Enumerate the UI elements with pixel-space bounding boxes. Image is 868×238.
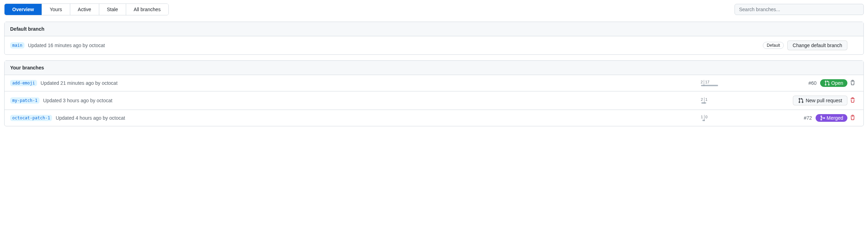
delete-branch-button[interactable]	[850, 80, 855, 87]
branch-row: my-patch-1 Updated 3 hours ago by octoca…	[5, 91, 863, 110]
branch-name-link[interactable]: octocat-patch-1	[10, 115, 52, 121]
tab-stale[interactable]: Stale	[99, 4, 126, 15]
git-pull-request-icon	[824, 80, 830, 86]
trash-icon	[850, 97, 855, 103]
tab-all-branches[interactable]: All branches	[126, 4, 168, 15]
ahead-count: 1	[704, 97, 709, 102]
branch-name-link[interactable]: add-emoji	[10, 80, 37, 86]
behind-count: 2	[700, 97, 704, 102]
pr-number[interactable]: #72	[804, 115, 812, 121]
behind-bar	[701, 85, 704, 86]
ahead-bar	[704, 120, 705, 121]
ahead-behind-indicator: 1 0	[690, 115, 718, 121]
behind-count: 2	[700, 80, 704, 84]
branch-meta: Updated 21 minutes ago by octocat	[41, 80, 117, 86]
trash-icon	[850, 115, 855, 120]
trash-icon	[850, 80, 855, 85]
tab-overview[interactable]: Overview	[5, 4, 42, 15]
behind-count: 1	[700, 115, 704, 119]
search-branches-input[interactable]	[735, 4, 864, 15]
pr-number[interactable]: #60	[808, 80, 816, 86]
ahead-count: 0	[704, 115, 709, 119]
default-branch-row: main Updated 16 minutes ago by octocat D…	[5, 36, 863, 54]
pr-status-label: Merged	[827, 115, 843, 121]
ahead-bar	[704, 85, 718, 86]
behind-bar	[701, 102, 704, 104]
branch-meta: Updated 4 hours ago by octocat	[56, 115, 125, 121]
git-pull-request-icon	[798, 98, 804, 103]
tab-active[interactable]: Active	[70, 4, 99, 15]
branch-filter-tabs: Overview Yours Active Stale All branches	[4, 3, 169, 15]
your-branches-box: Your branches add-emoji Updated 21 minut…	[4, 60, 864, 126]
pr-status-label: Open	[831, 80, 843, 86]
default-branch-box: Default branch main Updated 16 minutes a…	[4, 22, 864, 55]
delete-branch-button[interactable]	[850, 115, 855, 121]
tab-yours[interactable]: Yours	[42, 4, 70, 15]
new-pr-label: New pull request	[806, 98, 842, 103]
ahead-behind-indicator: 2 1	[690, 97, 718, 103]
pr-status-badge-open[interactable]: Open	[820, 79, 847, 87]
branch-row: octocat-patch-1 Updated 4 hours ago by o…	[5, 110, 863, 126]
default-badge: Default	[763, 42, 784, 49]
ahead-bar	[704, 102, 706, 104]
branch-name-link[interactable]: main	[10, 42, 24, 49]
branch-name-link[interactable]: my-patch-1	[10, 97, 39, 104]
branch-meta: Updated 3 hours ago by octocat	[43, 98, 112, 103]
new-pull-request-button[interactable]: New pull request	[793, 96, 847, 105]
change-default-branch-button[interactable]: Change default branch	[787, 40, 847, 50]
default-branch-header: Default branch	[5, 22, 863, 36]
pr-status-badge-merged[interactable]: Merged	[816, 114, 847, 122]
branch-meta: Updated 16 minutes ago by octocat	[28, 43, 105, 48]
git-merge-icon	[820, 115, 825, 121]
branch-row: add-emoji Updated 21 minutes ago by octo…	[5, 75, 863, 91]
ahead-behind-indicator: 2 17	[690, 80, 718, 86]
delete-branch-button[interactable]	[850, 97, 855, 104]
your-branches-header: Your branches	[5, 61, 863, 75]
ahead-count: 17	[704, 80, 710, 84]
